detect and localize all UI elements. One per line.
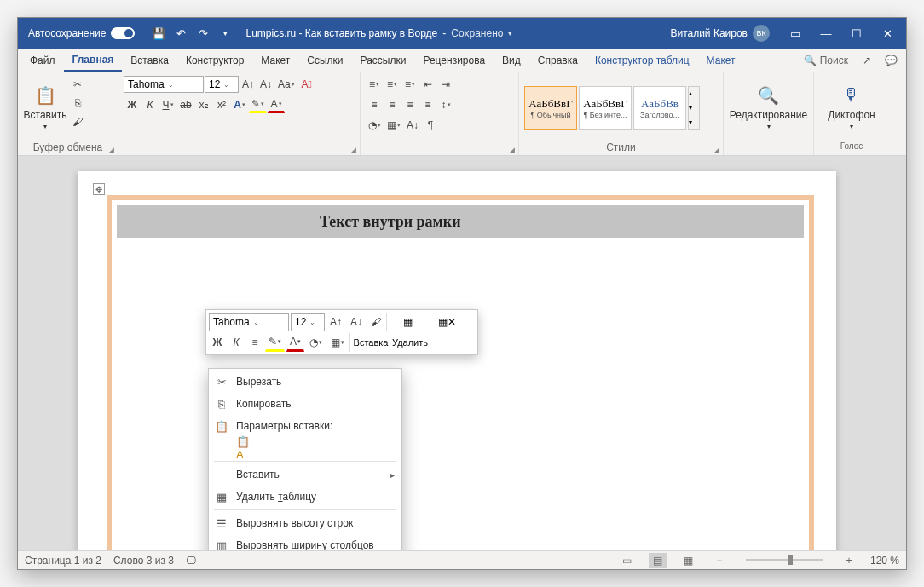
superscript-icon[interactable]: x² (213, 96, 230, 113)
paste-button[interactable]: 📋Вставить▾ (23, 76, 67, 137)
search-box[interactable]: 🔍Поиск (797, 49, 855, 72)
dialog-launcher-icon[interactable]: ◢ (108, 146, 114, 154)
italic-icon[interactable]: К (228, 333, 245, 352)
mini-size-combo[interactable]: 12⌄ (291, 313, 325, 331)
outdent-icon[interactable]: ⇤ (419, 76, 436, 93)
line-spacing-icon[interactable]: ↕ (437, 96, 454, 113)
status-page[interactable]: Страница 1 из 2 (25, 555, 101, 567)
editing-button[interactable]: 🔍Редактирование▾ (747, 76, 791, 137)
indent-icon[interactable]: ⇥ (437, 76, 454, 93)
mini-font-combo[interactable]: Tahoma⌄ (209, 313, 289, 331)
multilevel-icon[interactable]: ≡ (401, 76, 419, 93)
tab-references[interactable]: Ссылки (298, 49, 351, 72)
status-words[interactable]: Слово 3 из 3 (113, 555, 174, 567)
styles-gallery-scroll[interactable]: ▴▾▾ (688, 86, 700, 130)
bullets-icon[interactable]: ≡ (366, 76, 383, 93)
dialog-launcher-icon[interactable]: ◢ (713, 146, 719, 154)
tab-view[interactable]: Вид (494, 49, 529, 72)
show-marks-icon[interactable]: ¶ (422, 117, 439, 134)
view-print-icon[interactable]: ▤ (649, 553, 667, 568)
clear-format-icon[interactable]: A⃠ (298, 76, 315, 93)
underline-icon[interactable]: Ч (159, 96, 176, 113)
dialog-launcher-icon[interactable]: ◢ (350, 146, 356, 154)
tab-table-design[interactable]: Конструктор таблиц (586, 49, 698, 72)
align-left-icon[interactable]: ≡ (366, 96, 383, 113)
tab-help[interactable]: Справка (529, 49, 586, 72)
undo-icon[interactable]: ↶ (170, 23, 191, 43)
tab-mailings[interactable]: Рассылки (352, 49, 415, 72)
shrink-font-icon[interactable]: A↓ (257, 76, 274, 93)
shrink-font-icon[interactable]: A↓ (347, 313, 366, 331)
text-effects-icon[interactable]: A (231, 96, 248, 113)
grow-font-icon[interactable]: A↑ (326, 313, 345, 331)
tab-insert[interactable]: Вставка (122, 49, 177, 72)
zoom-level[interactable]: 120 % (870, 555, 899, 567)
ribbon-options-icon[interactable]: ▭ (780, 18, 811, 49)
format-painter-icon[interactable]: 🖌 (367, 313, 384, 331)
highlight-icon[interactable]: ✎ (265, 333, 285, 352)
sort-icon[interactable]: A↓ (404, 117, 421, 134)
autosave-toggle[interactable]: Автосохранение (21, 27, 141, 39)
align-center-icon[interactable]: ≡ (384, 96, 401, 113)
document-area[interactable]: ✥ Текст внутри рамки Tahoma⌄ 12⌄ A↑ A↓ 🖌… (18, 156, 906, 550)
grow-font-icon[interactable]: A↑ (240, 76, 257, 93)
menu-distribute-cols[interactable]: ▥Выровнять ширину столбцов (209, 534, 401, 550)
menu-delete-table[interactable]: ▦Удалить таблицу (209, 486, 401, 508)
mini-delete-button[interactable]: ▦✕ (428, 316, 465, 328)
menu-distribute-rows[interactable]: ☰Выровнять высоту строк (209, 512, 401, 534)
cut-icon[interactable]: ✂ (69, 76, 86, 93)
subscript-icon[interactable]: x₂ (195, 96, 212, 113)
highlight-icon[interactable]: ✎ (249, 96, 267, 113)
status-language-icon[interactable]: 🖵 (186, 555, 196, 567)
user-account[interactable]: Виталий Каиров ВК (663, 25, 777, 42)
menu-insert[interactable]: Вставить▸ (209, 463, 401, 486)
mini-insert-button[interactable]: ▦ (389, 316, 426, 328)
justify-icon[interactable]: ≡ (419, 96, 436, 113)
qat-customize-icon[interactable]: ▾ (215, 23, 235, 43)
shading-icon[interactable]: ◔ (306, 333, 326, 352)
italic-icon[interactable]: К (141, 96, 159, 113)
font-size-combo[interactable]: 12⌄ (205, 76, 239, 93)
bold-icon[interactable]: Ж (209, 333, 226, 352)
strike-icon[interactable]: ab (177, 96, 194, 113)
maximize-icon[interactable]: ☐ (841, 18, 872, 49)
tab-file[interactable]: Файл (21, 49, 64, 72)
dialog-launcher-icon[interactable]: ◢ (509, 146, 515, 154)
dictate-button[interactable]: 🎙Диктофон▾ (829, 76, 874, 137)
minimize-icon[interactable]: ― (811, 18, 841, 49)
change-case-icon[interactable]: Aa (275, 76, 297, 93)
save-icon[interactable]: 💾 (148, 23, 169, 43)
borders-icon[interactable]: ▦ (384, 117, 403, 134)
menu-paste-text-only[interactable]: 📋A (209, 437, 401, 459)
borders-icon[interactable]: ▦ (327, 333, 348, 352)
zoom-in-icon[interactable]: + (840, 553, 858, 568)
tab-table-layout[interactable]: Макет (698, 49, 744, 72)
tab-layout[interactable]: Макет (252, 49, 298, 72)
comments-icon[interactable]: 💬 (879, 49, 903, 72)
menu-cut[interactable]: ✂Вырезать (209, 371, 401, 393)
menu-copy[interactable]: ⎘Копировать (209, 393, 401, 415)
style-normal[interactable]: АаБбВвГ¶ Обычный (524, 86, 577, 130)
tab-home[interactable]: Главная (64, 49, 123, 72)
view-read-icon[interactable]: ▭ (618, 553, 637, 568)
align-icon[interactable]: ≡ (246, 333, 263, 352)
copy-icon[interactable]: ⎘ (69, 95, 86, 112)
close-icon[interactable]: ✕ (872, 18, 903, 49)
font-name-combo[interactable]: Tahoma⌄ (124, 76, 204, 93)
view-web-icon[interactable]: ▦ (679, 553, 698, 568)
zoom-out-icon[interactable]: − (710, 553, 729, 568)
bold-icon[interactable]: Ж (124, 96, 141, 113)
font-color-icon[interactable]: A (268, 96, 285, 113)
redo-icon[interactable]: ↷ (193, 23, 213, 43)
frame-text[interactable]: Текст внутри рамки (117, 205, 804, 238)
style-no-spacing[interactable]: АаБбВвГ¶ Без инте... (579, 86, 632, 130)
font-color-icon[interactable]: A (286, 333, 304, 352)
share-icon[interactable]: ↗ (855, 49, 879, 72)
table-move-handle-icon[interactable]: ✥ (93, 183, 105, 195)
zoom-slider[interactable] (746, 559, 823, 561)
shading-icon[interactable]: ◔ (366, 117, 384, 134)
numbering-icon[interactable]: ≡ (384, 76, 401, 93)
style-heading1[interactable]: АаБбВвЗаголово... (633, 86, 686, 130)
tab-review[interactable]: Рецензирова (414, 49, 494, 72)
align-right-icon[interactable]: ≡ (401, 96, 419, 113)
